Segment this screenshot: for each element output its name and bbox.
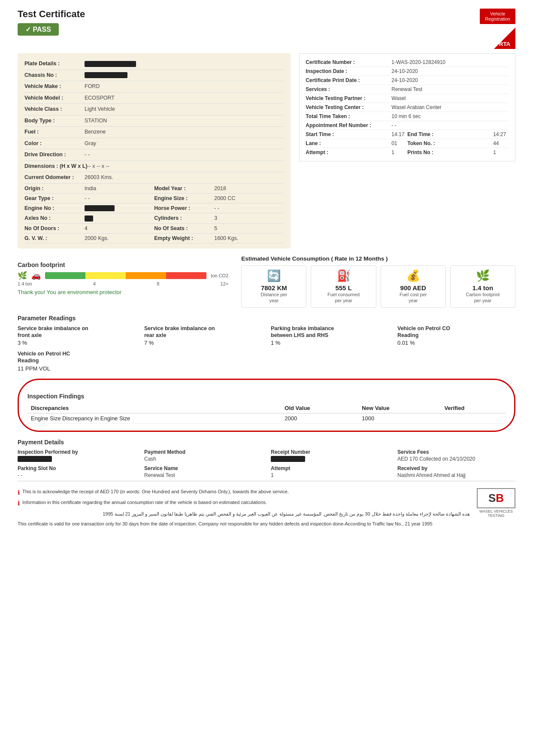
drive-direction-label: Drive Direction :: [24, 151, 85, 159]
odometer-label: Current Odometer :: [24, 174, 85, 182]
start-time-group: Start Time : 14:17: [306, 131, 407, 137]
vehicle-reg-line2: Registration: [485, 16, 510, 21]
note-1-text: This is to acknowledge the receipt of AE…: [22, 488, 289, 497]
no-of-doors-value: 4: [85, 225, 88, 231]
axles-redacted: [85, 216, 93, 222]
gvw-label: G. V. W. :: [24, 235, 85, 241]
inspection-by-value: [18, 456, 136, 462]
cert-title-block: Test Certificate ✓ PASS: [18, 9, 85, 36]
vehicle-make-value: FORD: [85, 83, 100, 91]
fuel-label: Fuel consumedper year: [313, 291, 374, 304]
carbon-thank-you: Thank you! You are environment protector: [18, 289, 228, 295]
parking-slot-value: - -: [18, 472, 136, 478]
dimensions-row: Dimensions : (H x W x L) -- x -- x --: [24, 161, 284, 173]
right-panel: Certificate Number : 1-WAS-2020-12824910…: [299, 53, 515, 249]
cert-title: Test Certificate: [18, 9, 85, 20]
enginesize-group: Engine Size : 2000 CC: [154, 195, 284, 201]
speedometer-icon: 🔄: [243, 269, 304, 282]
dimensions-label: Dimensions : (H x W x L): [24, 163, 88, 170]
param-value-1: 7 %: [144, 340, 262, 346]
axles-cylinders-row: Axles No : Cylinders : 3: [24, 213, 284, 224]
gvw-value: 2000 Kgs.: [85, 235, 109, 241]
carbon-footprint-label: Carbon footprintper year: [452, 291, 513, 304]
footer-logo: SB WASEL VEHICLES TESTING: [477, 488, 515, 518]
note-1: ℹ This is to acknowledge the receipt of …: [18, 488, 470, 497]
fuel-row: Fuel : Benzene: [24, 127, 284, 138]
col-old-value: Old Value: [281, 403, 358, 413]
cert-print-date-row: Certificate Print Date : 24-10-2020: [306, 76, 509, 85]
gear-type-label: Gear Type :: [24, 195, 85, 201]
consumption-item-1: ⛽ 555 L Fuel consumedper year: [311, 265, 376, 308]
top-right: Vehicle Registration RTA: [480, 9, 515, 49]
prints-no-value: 1: [493, 149, 496, 155]
payment-method-value: Cash: [144, 456, 262, 462]
engine-no-redacted: [85, 205, 115, 211]
rta-icon: RTA: [494, 27, 515, 49]
consumption-item-2: 💰 900 AED Fuel cost peryear: [381, 265, 446, 308]
color-row: Color : Gray: [24, 138, 284, 150]
carbon-consumption-section: Carbon footprint 🌿 🚗 ton CO2 1.4 ton 4 8…: [18, 255, 515, 308]
no-of-seats-label: No Of Seats :: [154, 225, 214, 231]
end-time-label: End Time :: [407, 131, 493, 137]
received-by-label: Received by: [397, 465, 515, 471]
discrepancy-cell: Engine Size Discrepancy in Engine Size: [27, 413, 281, 423]
plate-details-label: Plate Details :: [24, 60, 85, 68]
parameter-section: Parameter Readings Service brake imbalan…: [18, 315, 515, 372]
odometer-value: 26003 Kms.: [85, 174, 113, 182]
carbon-value: 1.4 ton: [452, 284, 513, 291]
fuel-label: Fuel :: [24, 128, 85, 136]
hc-section: Vehicle on Petrol HC Reading 11 PPM VOL: [18, 350, 515, 372]
lane-value: 01: [391, 140, 397, 146]
col-new-value: New Value: [358, 403, 441, 413]
engine-size-value: 2000 CC: [214, 195, 235, 201]
vehicle-class-value: Light Vehicle: [85, 106, 115, 113]
vehicle-class-row: Vehicle Class : Light Vehicle: [24, 104, 284, 115]
color-label: Color :: [24, 140, 85, 148]
main-info: Plate Details : Chassis No : Vehicle Mak…: [18, 53, 515, 249]
col-verified: Verified: [441, 403, 506, 413]
attempt-label: Attempt :: [306, 149, 391, 155]
cylinders-label: Cylinders :: [154, 215, 214, 222]
param-value-3: 0.01 %: [397, 340, 515, 346]
service-fees-value: AED 170 Collected on 24/10/2020: [397, 456, 515, 462]
consumption-item-0: 🔄 7802 KM Distance peryear: [241, 265, 306, 308]
prints-group: Prints No : 1: [407, 149, 509, 155]
inspection-table: Discrepancies Old Value New Value Verifi…: [27, 403, 506, 424]
engineno-group: Engine No :: [24, 205, 154, 212]
origin-value: India: [85, 185, 96, 191]
header-section: Test Certificate ✓ PASS Vehicle Registra…: [18, 9, 515, 49]
scale-2: 4: [93, 281, 96, 286]
hc-title: Vehicle on Petrol HC Reading: [18, 350, 515, 364]
time-row: Start Time : 14:17 End Time : 14:27: [306, 130, 509, 139]
testing-partner-row: Vehicle Testing Partner : Wasel: [306, 94, 509, 103]
service-name-label: Service Name: [144, 465, 262, 471]
body-type-value: STATION: [85, 117, 107, 125]
vehicle-class-label: Vehicle Class :: [24, 106, 85, 113]
cost-icon: 💰: [383, 269, 444, 282]
chassis-redacted: [85, 72, 127, 78]
note-2: ℹ Information in this certificate regard…: [18, 499, 470, 508]
pass-label: ✓ PASS: [25, 25, 51, 33]
param-name-2: Parking brake imbalance between LHS and …: [271, 325, 389, 339]
consumption-section: Estimated Vehicle Consumption ( Rate in …: [241, 255, 515, 308]
footer-notes: ℹ This is to acknowledge the receipt of …: [18, 488, 515, 527]
rta-logo: RTA: [494, 27, 515, 49]
origin-group: Origin : India: [24, 185, 154, 191]
odometer-row: Current Odometer : 26003 Kms.: [24, 172, 284, 184]
cert-number-row: Certificate Number : 1-WAS-2020-12824910: [306, 58, 509, 67]
body-type-row: Body Type : STATION: [24, 115, 284, 127]
payment-col-4: Service Fees AED 170 Collected on 24/10/…: [397, 449, 515, 479]
vehicle-model-row: Vehicle Model : ECOSPORT: [24, 93, 284, 104]
footer-logo-box: SB: [477, 488, 515, 508]
bar-green: [45, 272, 85, 279]
cost-value: 900 AED: [383, 284, 444, 291]
attempt-payment-label: Attempt: [271, 465, 389, 471]
plate-details-row: Plate Details :: [24, 58, 284, 70]
services-label: Services :: [306, 86, 391, 92]
carbon-icon: 🌿: [452, 269, 513, 282]
no-of-seats-value: 5: [214, 225, 217, 231]
note-arabic: هذه الشهادة صالحة لإجراء معاملة واحدة فق…: [18, 510, 470, 518]
inspection-title: Inspection Findings: [27, 393, 506, 400]
payment-col-3: Receipt Number Attempt 1: [271, 449, 389, 479]
origin-modelyear-row: Origin : India Model Year : 2018: [24, 184, 284, 194]
